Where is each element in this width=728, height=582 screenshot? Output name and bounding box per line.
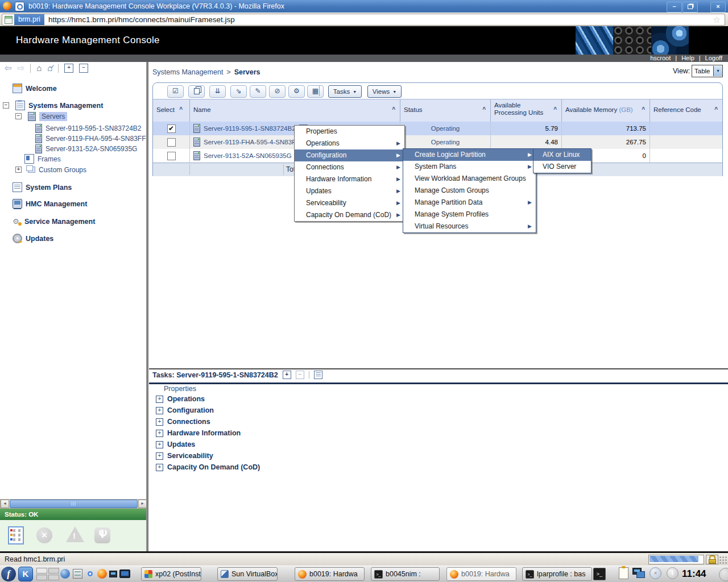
restore-button[interactable] [682, 2, 698, 13]
breadcrumb-parent[interactable]: Systems Management [152, 68, 223, 76]
home-check-icon[interactable]: ⌂✓ [47, 63, 52, 74]
taskbar-clock[interactable]: 11:44 [682, 566, 706, 582]
expand-icon[interactable]: + [156, 452, 163, 460]
forward-icon[interactable]: ⇨ [18, 63, 25, 74]
sidebar-item-system-plans[interactable]: System Plans [13, 182, 72, 192]
sidebar-item-server-1[interactable]: Server-9119-595-1-SN83724B2 [35, 123, 142, 133]
deselect-all-icon[interactable] [188, 85, 205, 98]
scroll-right-icon[interactable]: ▸ [138, 500, 147, 508]
menu-item-manage-custom-groups[interactable]: Manage Custom Groups [403, 185, 536, 197]
menu-item-view-workload-management-groups[interactable]: View Workload Management Groups [403, 173, 536, 185]
taskbar-button-xp02[interactable]: xp02 (PostInstal [141, 567, 201, 581]
user-link[interactable]: hscroot [650, 55, 671, 62]
sidebar-item-server-3[interactable]: Server-9131-52A-SN065935G [35, 144, 137, 153]
resize-grip[interactable] [719, 556, 727, 564]
taskbar-button-lparprofile[interactable]: >_ lparprofile : bas [522, 567, 592, 581]
fedora-menu-button[interactable]: f [1, 567, 16, 581]
collapse-node-icon[interactable]: − [3, 102, 9, 109]
views-menu-button[interactable]: Views ▼ [367, 85, 402, 98]
bookmark-star-icon[interactable]: ☆ [713, 15, 721, 25]
expand-icon[interactable]: + [156, 441, 163, 448]
sidebar-item-servers[interactable]: − Servers [15, 111, 67, 121]
sort-icon[interactable]: ^ [482, 106, 486, 113]
task-group-operations[interactable]: + Operations [156, 395, 205, 403]
collapse-all-icon[interactable]: − [79, 64, 88, 73]
menu-item-vio-server[interactable]: VIO Server [533, 161, 591, 173]
row-checkbox[interactable] [167, 152, 176, 160]
minimize-button[interactable]: – [667, 2, 682, 13]
sidebar-item-hmc-management[interactable]: HMC Management [13, 199, 87, 209]
menu-item-aix-or-linux[interactable]: AIX or Linux [533, 149, 591, 161]
tray-firefox-icon[interactable] [97, 569, 107, 579]
tray-info-icon[interactable]: i [667, 567, 679, 579]
server-name-link[interactable]: Server-9119-FHA-595-4-SN83FF3E [204, 139, 308, 146]
tray-display-icon[interactable] [119, 569, 130, 578]
show-filter-row-icon[interactable]: ⇊ [209, 85, 226, 98]
menu-item-system-plans[interactable]: System Plans▶ [403, 161, 536, 173]
pane-divider[interactable] [146, 62, 148, 551]
menu-item-create-logical-partition[interactable]: Create Logical Partition▶ [403, 149, 536, 161]
sidebar-item-custom-groups[interactable]: + Custom Groups [15, 165, 86, 174]
url-text[interactable]: https://hmc1.brm.pri/hmc/connects/mainui… [48, 15, 235, 24]
tasks-menu-button[interactable]: Tasks ▼ [328, 85, 362, 98]
status-log-icon[interactable] [8, 526, 24, 544]
reset-columns-icon[interactable]: ▦ [307, 85, 324, 98]
collapse-node-icon[interactable]: − [15, 113, 22, 119]
task-group-capacity-on-demand[interactable]: + Capacity On Demand (CoD) [156, 463, 260, 471]
home-icon[interactable]: ⌂ [36, 63, 42, 74]
sort-icon[interactable]: ^ [553, 106, 557, 113]
task-group-connections[interactable]: + Connections [156, 418, 210, 426]
task-group-updates[interactable]: + Updates [156, 440, 195, 448]
table-row-1[interactable]: ✔ Server-9119-595-1-SN83724B2 » Operatin… [153, 122, 722, 135]
status-error-icon[interactable]: × [36, 527, 52, 543]
menu-item-manage-partition-data[interactable]: Manage Partition Data▶ [403, 197, 536, 209]
desktop-pager[interactable] [36, 568, 59, 580]
clear-filter-icon[interactable]: ⇘ [230, 85, 247, 98]
ssl-lock-icon[interactable] [706, 555, 718, 564]
menu-item-hardware-information[interactable]: Hardware Information▶ [295, 173, 404, 185]
column-header-select[interactable]: Select ^ [153, 99, 189, 122]
expand-node-icon[interactable]: + [15, 167, 22, 173]
column-header-status[interactable]: Status ^ [400, 99, 490, 122]
site-label[interactable]: brm.pri [14, 14, 44, 25]
tray-terminal-icon[interactable]: >_ [593, 568, 606, 580]
scroll-left-icon[interactable]: ◂ [1, 500, 9, 508]
row-checkbox[interactable] [167, 138, 176, 147]
logoff-link[interactable]: Logoff [705, 55, 722, 62]
tray-network-monitor-icon[interactable] [632, 568, 642, 575]
expand-icon[interactable]: + [156, 418, 163, 426]
task-group-serviceability[interactable]: + Serviceability [156, 452, 213, 460]
expand-icon[interactable]: + [156, 396, 163, 403]
back-icon[interactable]: ⇦ [5, 63, 12, 74]
help-link[interactable]: Help [681, 55, 694, 62]
sidebar-item-service-management[interactable]: ⚙ Service Management [13, 217, 95, 226]
select-all-icon[interactable]: ☑ [167, 85, 184, 98]
column-header-reference-code[interactable]: Reference Code ^ [650, 99, 722, 122]
server-name-link[interactable]: Server-9119-595-1-SN83724B2 [204, 125, 296, 132]
expand-icon[interactable]: + [156, 430, 163, 437]
edit-sort-icon[interactable]: ✎ [250, 85, 266, 98]
expand-icon[interactable]: + [156, 464, 163, 471]
close-button[interactable]: × [710, 2, 726, 13]
sort-icon[interactable]: ^ [714, 106, 718, 113]
row-checkbox-checked[interactable]: ✔ [167, 124, 176, 133]
sort-icon[interactable]: ^ [179, 106, 183, 113]
tray-klipper-icon[interactable] [619, 567, 628, 579]
expand-all-tasks-icon[interactable]: + [283, 371, 291, 379]
column-header-processing-units[interactable]: Available Processing Units ^ [490, 99, 561, 122]
task-list-view-icon[interactable] [314, 371, 322, 379]
url-field[interactable]: brm.pri https://hmc1.brm.pri/hmc/connect… [2, 14, 725, 26]
task-group-configuration[interactable]: + Configuration [156, 406, 214, 414]
sort-icon[interactable]: ^ [642, 106, 645, 113]
kde-menu-button[interactable]: K [18, 567, 33, 581]
server-name-link[interactable]: Server-9131-52A-SN065935G [204, 152, 292, 159]
configure-columns-icon[interactable]: ⚙ [288, 85, 305, 98]
menu-item-virtual-resources[interactable]: Virtual Resources▶ [403, 221, 536, 232]
column-header-memory[interactable]: Available Memory (GB) ^ [561, 99, 650, 122]
task-group-hardware-information[interactable]: + Hardware Information [156, 429, 241, 437]
sidebar-item-updates[interactable]: Updates [13, 234, 53, 243]
sidebar-item-welcome[interactable]: Welcome [13, 84, 57, 93]
menu-item-capacity-on-demand[interactable]: Capacity On Demand (CoD)▶ [295, 209, 404, 221]
status-warning-icon[interactable]: ! [66, 526, 84, 542]
expand-icon[interactable]: + [156, 407, 163, 414]
